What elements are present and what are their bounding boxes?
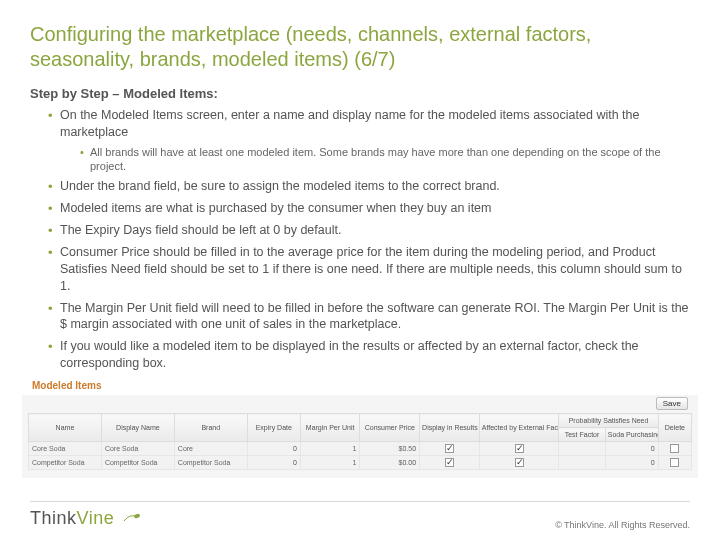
bullet-item: On the Modeled Items screen, enter a nam… <box>48 107 690 173</box>
bullet-item: Consumer Price should be filled in to th… <box>48 244 690 295</box>
cell: Core Soda <box>101 442 174 456</box>
svg-point-0 <box>133 513 140 519</box>
logo-think: Think <box>30 508 77 528</box>
delete-cell[interactable] <box>658 442 691 456</box>
cell: 0 <box>605 442 658 456</box>
column-header: Affected by External Factors <box>479 414 559 442</box>
cell: Competitor Soda <box>101 456 174 470</box>
cell: Core <box>174 442 247 456</box>
logo: ThinkVine <box>30 508 142 530</box>
cell: $0.00 <box>360 456 420 470</box>
cell: $0.50 <box>360 442 420 456</box>
cell: 0 <box>247 442 300 456</box>
bullet-item: The Margin Per Unit field will need to b… <box>48 300 690 334</box>
checkbox-icon <box>515 444 524 453</box>
cell: 1 <box>300 442 360 456</box>
checkbox-icon <box>445 444 454 453</box>
checkbox-icon <box>445 458 454 467</box>
column-header: Delete <box>658 414 691 442</box>
column-subheader: Soda Purchasing <box>605 428 658 442</box>
cell: 1 <box>300 456 360 470</box>
column-subheader: Test Factor <box>559 428 605 442</box>
column-header: Brand <box>174 414 247 442</box>
cell <box>559 442 605 456</box>
step-heading: Step by Step – Modeled Items: <box>30 86 690 101</box>
bullet-item: If you would like a modeled item to be d… <box>48 338 690 372</box>
column-header: Margin Per Unit <box>300 414 360 442</box>
cell <box>559 456 605 470</box>
modeled-items-table-wrap: Save NameDisplay NameBrandExpiry DateMar… <box>22 395 698 478</box>
modeled-items-table: NameDisplay NameBrandExpiry DateMargin P… <box>28 413 692 470</box>
checkbox-cell[interactable] <box>479 442 559 456</box>
leaf-icon <box>122 509 142 530</box>
column-header: Name <box>29 414 102 442</box>
column-header: Display Name <box>101 414 174 442</box>
column-header: Consumer Price <box>360 414 420 442</box>
checkbox-cell[interactable] <box>420 442 480 456</box>
footer: ThinkVine © ThinkVine. All Rights Reserv… <box>30 501 690 530</box>
sub-bullet-item: All brands will have at least one modele… <box>80 145 690 174</box>
checkbox-icon <box>515 458 524 467</box>
save-button[interactable]: Save <box>656 397 688 410</box>
column-header: Expiry Date <box>247 414 300 442</box>
copyright: © ThinkVine. All Rights Reserved. <box>555 520 690 530</box>
cell: Competitor Soda <box>29 456 102 470</box>
cell: 0 <box>605 456 658 470</box>
delete-cell[interactable] <box>658 456 691 470</box>
checkbox-icon <box>670 444 679 453</box>
cell: 0 <box>247 456 300 470</box>
bullet-item: The Expiry Days field should be left at … <box>48 222 690 239</box>
slide-title: Configuring the marketplace (needs, chan… <box>30 22 690 72</box>
checkbox-cell[interactable] <box>420 456 480 470</box>
column-header: Probability Satisfies Need <box>559 414 658 428</box>
panel-label: Modeled Items <box>30 380 690 391</box>
bullet-list: On the Modeled Items screen, enter a nam… <box>30 107 690 372</box>
cell: Core Soda <box>29 442 102 456</box>
bullet-item: Modeled items are what is purchased by t… <box>48 200 690 217</box>
logo-vine: Vine <box>77 508 115 528</box>
table-row: Core SodaCore SodaCore01$0.500 <box>29 442 692 456</box>
checkbox-icon <box>670 458 679 467</box>
table-row: Competitor SodaCompetitor SodaCompetitor… <box>29 456 692 470</box>
bullet-item: Under the brand field, be sure to assign… <box>48 178 690 195</box>
cell: Competitor Soda <box>174 456 247 470</box>
checkbox-cell[interactable] <box>479 456 559 470</box>
column-header: Display in Results <box>420 414 480 442</box>
